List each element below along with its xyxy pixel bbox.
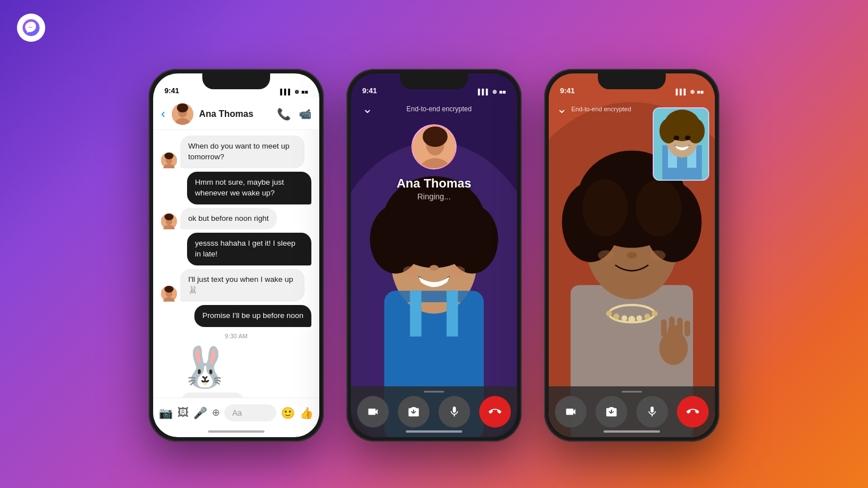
- svg-point-4: [177, 103, 188, 112]
- svg-point-40: [423, 127, 448, 147]
- encrypted-label: End-to-end encrypted: [372, 105, 506, 113]
- mic-icon[interactable]: 🎤: [193, 406, 207, 420]
- svg-rect-67: [661, 319, 667, 336]
- message-timestamp: 9:30 AM: [161, 333, 311, 339]
- whatsapp-icon[interactable]: ⊕: [212, 407, 220, 419]
- phone-active-call: 9:41 ▌▌▌ ⊛ ■■: [544, 69, 719, 442]
- status-time-phone2: 9:41: [362, 86, 377, 95]
- status-icons-phone1: ▌▌▌ ⊛ ■■: [280, 89, 308, 95]
- home-indicator-phone2: [406, 430, 462, 433]
- mute-button-3[interactable]: [636, 396, 668, 428]
- phones-wrapper: 9:41 ▌▌▌ ⊛ ■■ ‹ Ana Th: [0, 45, 868, 465]
- video-call-icon[interactable]: 📹: [299, 108, 311, 120]
- svg-point-60: [614, 238, 625, 246]
- camera-flip-button-3[interactable]: [596, 396, 627, 428]
- notch-phone1: [202, 73, 270, 89]
- caller-status: Ringing...: [351, 192, 517, 201]
- pip-thumbnail[interactable]: [653, 107, 709, 181]
- notch-phone2: [400, 73, 468, 89]
- msg-row: Hmm not sure, maybe just whenever we wak…: [161, 172, 311, 204]
- mute-button[interactable]: [439, 396, 470, 428]
- call-header: ⌄ End-to-end encrypted: [351, 102, 517, 116]
- svg-point-8: [164, 152, 173, 159]
- svg-point-78: [659, 119, 678, 143]
- chat-input-bar: 📷 🖼 🎤 ⊕ Aa 🙂 👍: [153, 398, 319, 427]
- sticker-area: 🐰: [180, 347, 311, 387]
- svg-point-31: [429, 265, 439, 271]
- avatar-small: [161, 286, 177, 302]
- svg-point-29: [416, 252, 427, 260]
- encrypted-label-3: End-to-end encrypted: [571, 106, 631, 112]
- svg-point-48: [622, 315, 627, 321]
- video3-header: ⌄ End-to-end encrypted: [549, 102, 653, 116]
- svg-point-30: [441, 252, 452, 260]
- bubble-incoming: I'll just text you when I wake up 🐰: [180, 269, 305, 302]
- camera-icon[interactable]: 📷: [159, 406, 173, 420]
- chat-actions: 📞 📹: [277, 107, 311, 121]
- svg-point-58: [582, 179, 628, 236]
- thumbs-up-icon[interactable]: 👍: [300, 406, 314, 420]
- bubble-outgoing: Hmm not sure, maybe just whenever we wak…: [187, 172, 311, 204]
- svg-point-50: [636, 315, 642, 321]
- status-time-phone3: 9:41: [560, 86, 575, 95]
- svg-point-33: [451, 266, 465, 275]
- messenger-logo: [17, 14, 45, 42]
- image-icon[interactable]: 🖼: [177, 406, 189, 419]
- msg-row: I'll just text you when I wake up 🐰: [161, 269, 311, 302]
- home-indicator-phone1: [208, 430, 264, 433]
- chat-header: ‹ Ana Thomas 📞 📹: [153, 98, 319, 130]
- svg-rect-68: [669, 316, 675, 336]
- back-button[interactable]: ‹: [161, 107, 165, 121]
- call-controls-bar: [351, 386, 517, 437]
- svg-rect-35: [410, 291, 421, 337]
- phone-chat: 9:41 ▌▌▌ ⊛ ■■ ‹ Ana Th: [149, 69, 324, 442]
- msg-row: ok but before noon right: [161, 208, 311, 230]
- svg-rect-36: [446, 291, 458, 337]
- phone-incoming-call: 9:41 ▌▌▌ ⊛ ■■: [346, 69, 522, 442]
- svg-point-46: [606, 311, 611, 316]
- drag-handle-3: [622, 391, 642, 393]
- chat-messages: When do you want to meet up tomorrow? Hm…: [153, 130, 319, 403]
- caller-thumbnail: [411, 124, 457, 169]
- svg-point-81: [685, 136, 691, 140]
- svg-point-62: [627, 252, 637, 259]
- svg-rect-34: [396, 291, 472, 302]
- svg-point-80: [674, 136, 679, 140]
- svg-rect-70: [684, 320, 690, 336]
- svg-point-12: [164, 213, 173, 220]
- avatar-small: [161, 213, 177, 229]
- emoji-icon[interactable]: 🙂: [281, 406, 295, 420]
- svg-point-64: [649, 250, 665, 260]
- camera-flip-button[interactable]: [398, 396, 429, 428]
- contact-name: Ana Thomas: [199, 109, 271, 119]
- svg-point-49: [628, 316, 635, 323]
- drag-handle: [424, 391, 444, 393]
- bubble-incoming: When do you want to meet up tomorrow?: [180, 136, 305, 168]
- caller-name: Ana Thomas: [351, 176, 517, 191]
- chevron-down-icon-3[interactable]: ⌄: [557, 102, 567, 116]
- bubble-outgoing: yessss hahaha I get it! I sleep in late!: [187, 233, 311, 265]
- svg-point-63: [598, 250, 614, 260]
- svg-point-61: [639, 238, 650, 246]
- svg-point-32: [403, 266, 416, 275]
- chevron-down-icon[interactable]: ⌄: [362, 102, 372, 116]
- svg-point-47: [614, 313, 619, 319]
- status-time-phone1: 9:41: [164, 86, 179, 95]
- video-toggle-button[interactable]: [357, 396, 389, 428]
- end-call-button-3[interactable]: [677, 396, 709, 428]
- svg-point-79: [687, 119, 705, 143]
- msg-row: Promise I'll be up before noon: [161, 305, 311, 327]
- notch-phone3: [598, 73, 666, 89]
- svg-point-16: [164, 286, 173, 293]
- svg-point-59: [636, 179, 682, 236]
- sticker-bunny: 🐰: [180, 347, 229, 387]
- contact-avatar: [172, 103, 193, 125]
- svg-rect-69: [677, 317, 683, 336]
- voice-call-icon[interactable]: 📞: [277, 107, 291, 121]
- svg-point-51: [644, 313, 650, 319]
- bubble-incoming: ok but before noon right: [180, 208, 277, 230]
- home-indicator-phone3: [604, 430, 660, 433]
- end-call-button[interactable]: [479, 396, 511, 428]
- message-input[interactable]: Aa: [224, 404, 276, 421]
- video-toggle-button-3[interactable]: [555, 396, 587, 428]
